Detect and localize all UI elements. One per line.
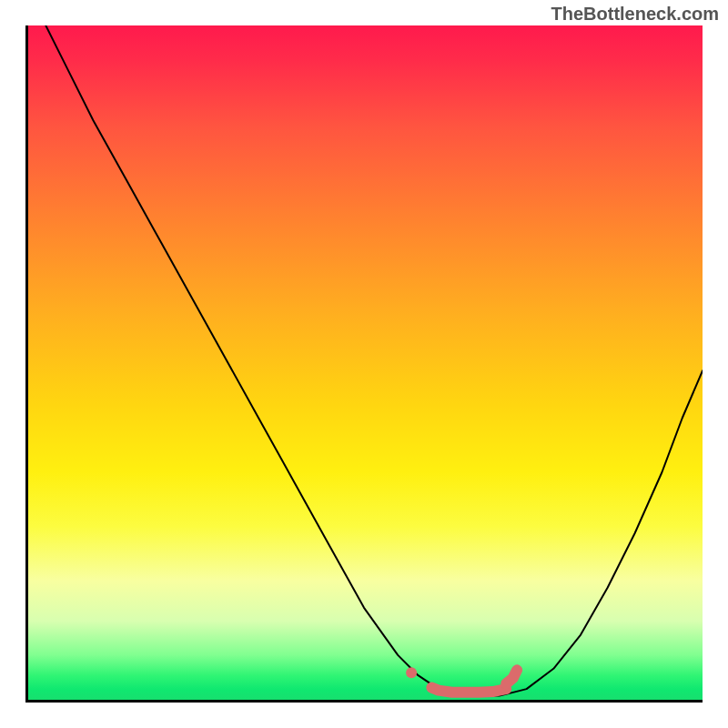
curve-svg [25, 25, 703, 703]
bottleneck-curve [46, 25, 703, 696]
highlight-overlay [406, 667, 517, 693]
chart-container: TheBottleneck.com [0, 0, 728, 728]
svg-point-0 [406, 667, 417, 678]
watermark-text: TheBottleneck.com [551, 4, 719, 25]
plot-area [25, 25, 703, 703]
